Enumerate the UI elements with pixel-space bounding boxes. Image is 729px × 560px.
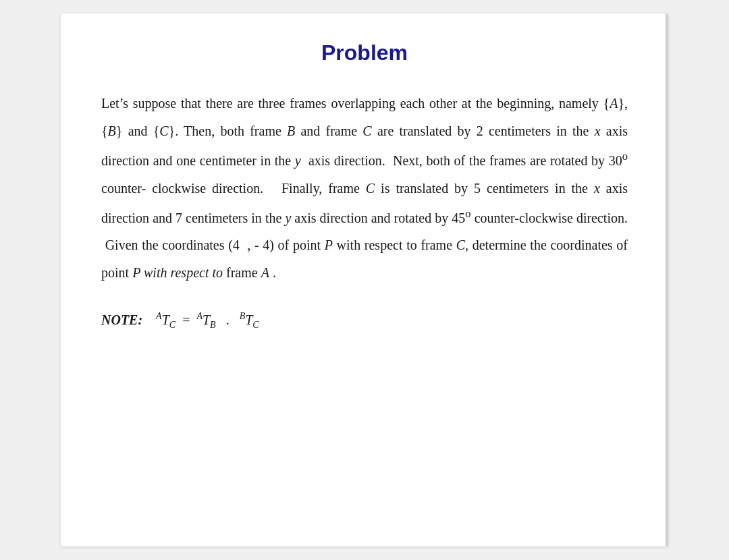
note-label: NOTE: — [101, 312, 142, 328]
formula-dot: . — [223, 312, 233, 328]
note-section: NOTE: ATC = ATB . BTC — [101, 311, 628, 331]
problem-text: Let’s suppose that there are three frame… — [101, 90, 628, 287]
problem-body: Let’s suppose that there are three frame… — [101, 90, 628, 287]
sup-A-right: A — [196, 311, 202, 321]
page-container: Problem Let’s suppose that there are thr… — [0, 0, 729, 560]
sup-B: B — [240, 311, 246, 321]
sub-C2: C — [252, 320, 259, 330]
math-formula: ATC = ATB . BTC — [156, 311, 259, 331]
sub-B: B — [210, 320, 216, 330]
formula-right2: BTC — [240, 311, 259, 331]
formula-equals: = — [182, 312, 190, 328]
formula-right1: ATB — [196, 311, 215, 331]
sup-A-left: A — [156, 311, 162, 321]
sub-C: C — [169, 320, 176, 330]
content-card: Problem Let’s suppose that there are thr… — [61, 13, 668, 547]
formula-left: ATC — [156, 311, 176, 331]
problem-title: Problem — [101, 40, 628, 65]
